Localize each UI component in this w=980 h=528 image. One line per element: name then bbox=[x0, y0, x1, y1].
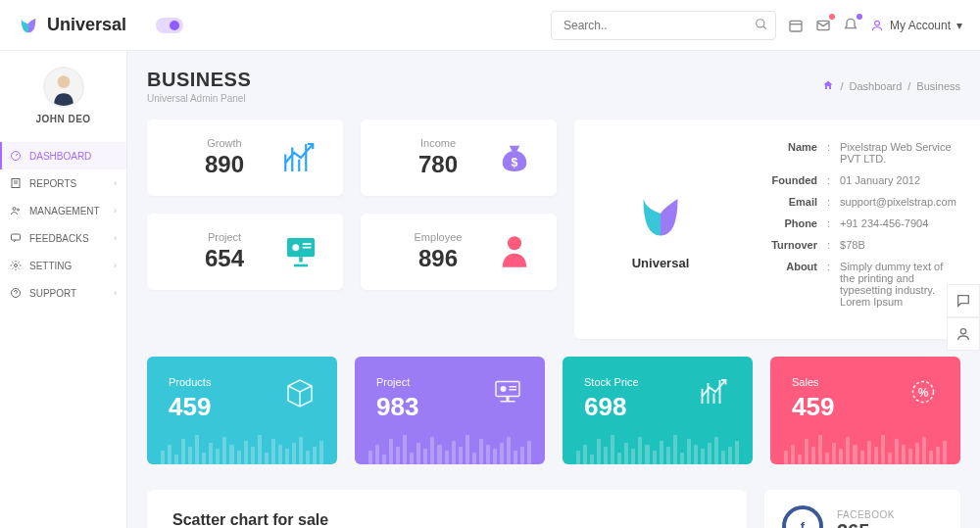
company-info-row: Founded:01 January 2012 bbox=[749, 174, 956, 186]
search-box bbox=[551, 11, 776, 40]
gear-icon bbox=[10, 260, 22, 271]
brand-name: Universal bbox=[47, 15, 126, 35]
management-icon bbox=[10, 205, 22, 216]
crumb-current: Business bbox=[916, 80, 960, 92]
dashboard-icon bbox=[10, 150, 22, 162]
page-title: BUSINESS bbox=[147, 69, 251, 91]
svg-point-7 bbox=[57, 75, 70, 88]
stat-growth: Growth890 bbox=[147, 120, 343, 196]
metric-card-products[interactable]: Products459 bbox=[147, 357, 337, 464]
stat-project: Project654 bbox=[147, 214, 343, 290]
money-bag-icon: $ bbox=[494, 137, 535, 178]
metric-icon bbox=[490, 374, 525, 412]
brand-logo[interactable]: Universal bbox=[18, 15, 126, 36]
svg-line-1 bbox=[763, 25, 766, 28]
person-icon bbox=[494, 231, 535, 272]
stat-income: Income780 $ bbox=[361, 120, 557, 196]
header: Universal My Account ▾ bbox=[0, 0, 980, 51]
svg-point-23 bbox=[508, 236, 521, 250]
mail-icon[interactable] bbox=[815, 18, 831, 33]
svg-rect-27 bbox=[510, 389, 517, 391]
search-icon[interactable] bbox=[755, 18, 768, 34]
user-icon bbox=[870, 19, 884, 32]
svg-point-25 bbox=[501, 386, 507, 392]
chevron-right-icon: › bbox=[114, 206, 117, 216]
svg-rect-21 bbox=[303, 247, 312, 249]
metric-icon bbox=[698, 374, 733, 412]
crumb-dashboard[interactable]: Dashboard bbox=[849, 80, 902, 92]
svg-rect-26 bbox=[510, 386, 517, 388]
chevron-right-icon: › bbox=[114, 178, 117, 188]
nav-dashboard[interactable]: DASHBOARD bbox=[0, 142, 126, 169]
reports-icon bbox=[10, 177, 22, 189]
nav-setting[interactable]: SETTING› bbox=[0, 252, 126, 279]
company-name: Universal bbox=[632, 256, 690, 270]
svg-rect-14 bbox=[12, 234, 21, 240]
user-name: JOHN DEO bbox=[0, 114, 126, 124]
metric-card-sales[interactable]: Sales459% bbox=[770, 357, 960, 464]
search-input[interactable] bbox=[551, 11, 776, 40]
chevron-right-icon: › bbox=[114, 261, 117, 270]
svg-rect-28 bbox=[507, 397, 510, 402]
svg-point-12 bbox=[13, 208, 16, 211]
presentation-icon bbox=[280, 231, 321, 272]
svg-point-5 bbox=[875, 21, 880, 25]
svg-rect-2 bbox=[790, 21, 802, 31]
fb-icon: f bbox=[782, 505, 823, 528]
svg-point-0 bbox=[757, 19, 764, 26]
metric-card-stock-price[interactable]: Stock Price698 bbox=[563, 357, 753, 464]
sidebar-toggle[interactable] bbox=[156, 18, 183, 33]
social-card-fb[interactable]: fFACEBOOK265 bbox=[764, 490, 960, 528]
growth-icon bbox=[280, 137, 321, 178]
nav-management[interactable]: MANAGEMENT› bbox=[0, 197, 126, 224]
nav: DASHBOARD REPORTS› MANAGEMENT› FEEDBACKS… bbox=[0, 142, 126, 307]
nav-feedbacks[interactable]: FEEDBACKS› bbox=[0, 224, 126, 252]
svg-rect-29 bbox=[501, 401, 515, 403]
nav-support[interactable]: SUPPORT› bbox=[0, 279, 126, 307]
svg-point-19 bbox=[292, 244, 299, 251]
page-header: BUSINESS Universal Admin Panel / Dashboa… bbox=[147, 69, 960, 104]
chart-title: Scatter chart for sale bbox=[172, 511, 721, 528]
chevron-right-icon: › bbox=[114, 288, 117, 298]
svg-text:$: $ bbox=[512, 156, 518, 169]
page-subtitle: Universal Admin Panel bbox=[147, 93, 251, 104]
avatar[interactable] bbox=[43, 67, 84, 108]
company-info-row: About:Simply dummy text of the printing … bbox=[749, 261, 956, 308]
svg-point-13 bbox=[18, 209, 20, 211]
calendar-icon[interactable] bbox=[788, 18, 804, 33]
feedback-icon bbox=[10, 232, 22, 244]
company-info-row: Turnover:$78B bbox=[749, 239, 956, 251]
breadcrumb: / Dashboard / Business bbox=[822, 79, 960, 93]
settings-button[interactable] bbox=[947, 317, 980, 351]
account-menu[interactable]: My Account ▾ bbox=[870, 19, 962, 32]
support-icon bbox=[10, 287, 22, 299]
chat-button[interactable] bbox=[947, 284, 980, 317]
sidebar: JOHN DEO DASHBOARD REPORTS› MANAGEMENT› … bbox=[0, 51, 127, 528]
metric-icon: % bbox=[906, 374, 941, 412]
bell-icon[interactable] bbox=[843, 18, 858, 33]
metric-card-project[interactable]: Project983 bbox=[355, 357, 545, 464]
svg-rect-20 bbox=[303, 243, 312, 245]
chevron-right-icon: › bbox=[114, 233, 117, 243]
company-logo-icon bbox=[631, 189, 690, 248]
company-info-row: Name:Pixelstrap Web Service PVT LTD. bbox=[749, 141, 956, 165]
nav-reports[interactable]: REPORTS› bbox=[0, 169, 126, 197]
metric-icon bbox=[282, 374, 318, 412]
svg-rect-18 bbox=[299, 257, 303, 262]
svg-point-33 bbox=[960, 329, 965, 334]
account-label: My Account bbox=[890, 19, 951, 32]
company-info-row: Email:support@pixelstrap.com bbox=[749, 196, 956, 208]
company-info-row: Phone:+91 234-456-7904 bbox=[749, 217, 956, 229]
floating-buttons bbox=[947, 284, 980, 351]
company-card: Universal Name:Pixelstrap Web Service PV… bbox=[574, 120, 980, 339]
svg-text:%: % bbox=[918, 386, 929, 400]
scatter-chart-card: Scatter chart for sale Company Product S… bbox=[147, 490, 747, 528]
logo-icon bbox=[18, 15, 39, 36]
stat-employee: Employee896 bbox=[361, 214, 557, 290]
svg-point-15 bbox=[15, 264, 18, 267]
chevron-down-icon: ▾ bbox=[956, 19, 962, 32]
home-icon[interactable] bbox=[822, 79, 834, 93]
